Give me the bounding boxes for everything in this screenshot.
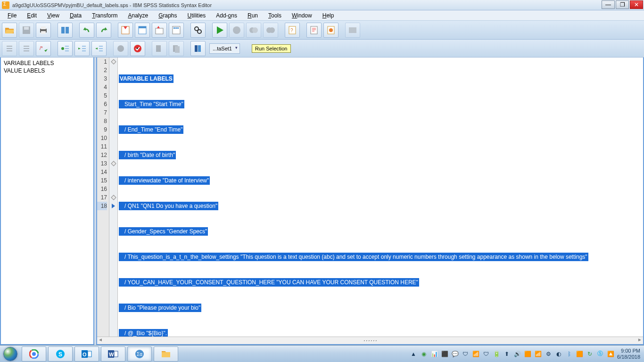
reference-icon[interactable]	[190, 41, 206, 56]
bookmark-next-icon[interactable]	[74, 41, 90, 56]
display-icon[interactable]	[345, 23, 360, 38]
tray-icon[interactable]: ⚙	[545, 350, 552, 358]
tray-icon[interactable]: ⬛	[441, 350, 448, 358]
tray-icon[interactable]: 🟧	[576, 350, 583, 358]
menu-file[interactable]: File	[3, 11, 21, 20]
comment-block-icon[interactable]	[169, 41, 184, 56]
tray-icon[interactable]: ⬆	[503, 350, 511, 358]
indent-icon[interactable]	[2, 41, 17, 56]
system-tray[interactable]: ▲ ◉ 📊 ⬛ 💬 🛡 📶 🛡 🔋 ⬆ 🔊 🟧 📶 ⚙ ◐ ᛒ 🟧 ↻ Ⓢ 🔼 …	[406, 348, 644, 360]
find-icon[interactable]	[190, 23, 206, 38]
menu-edit[interactable]: Edit	[22, 11, 41, 20]
save-icon[interactable]	[19, 23, 34, 38]
tray-bluetooth-icon[interactable]: ᛒ	[565, 350, 573, 358]
tray-icon[interactable]: ▲	[410, 350, 417, 358]
bookmark-toggle-icon[interactable]	[58, 41, 73, 56]
taskbar-spss-icon[interactable]: Σα	[127, 346, 152, 362]
svg-point-16	[198, 30, 201, 33]
svg-point-18	[233, 26, 240, 34]
nav-item-value-labels[interactable]: VALUE LABELS	[4, 67, 91, 74]
svg-rect-28	[349, 27, 356, 33]
breakpoint-icon[interactable]	[113, 41, 128, 56]
toggle-comment-icon[interactable]: /*	[36, 41, 51, 56]
menu-view[interactable]: View	[42, 11, 64, 20]
menu-graphs[interactable]: Graphs	[154, 11, 182, 20]
svg-rect-13	[175, 27, 177, 29]
tray-icon[interactable]: 🛡	[482, 350, 490, 358]
navigation-panel[interactable]: VARIABLE LABELS VALUE LABELS	[0, 58, 94, 345]
tray-icon[interactable]: 🔼	[607, 350, 614, 358]
tray-icon[interactable]: 📊	[430, 350, 438, 358]
tray-icon[interactable]: ↻	[586, 350, 594, 358]
tray-icon[interactable]: 💬	[451, 350, 459, 358]
svg-text:W: W	[109, 352, 114, 357]
svg-rect-10	[156, 28, 163, 34]
windows-taskbar: S O W Σα ▲ ◉ 📊 ⬛ 💬 🛡 📶 🛡 🔋 ⬆ 🔊 🟧 📶 ⚙ ◐ ᛒ…	[0, 345, 644, 362]
outdent-icon[interactable]	[19, 41, 34, 56]
maximize-button[interactable]: ❐	[616, 0, 629, 9]
menu-transform[interactable]: Transform	[87, 11, 122, 20]
tray-icon[interactable]: ◐	[555, 350, 562, 358]
menu-utilities[interactable]: Utilities	[183, 11, 211, 20]
workspace: VARIABLE LABELS VALUE LABELS 12 34 56 78…	[0, 58, 644, 345]
tray-battery-icon[interactable]: 🔋	[493, 350, 500, 358]
variables-icon[interactable]	[152, 23, 167, 38]
step-icon[interactable]	[263, 23, 278, 38]
taskbar-skype-icon[interactable]: S	[48, 346, 73, 362]
close-button[interactable]: ✕	[630, 0, 643, 9]
menu-tools[interactable]: Tools	[264, 11, 286, 20]
dialog-recall-icon[interactable]	[58, 23, 73, 38]
new-syntax-icon[interactable]	[306, 23, 322, 38]
stop-icon[interactable]	[229, 23, 244, 38]
undo-icon[interactable]	[79, 23, 94, 38]
tray-network-icon[interactable]: 📶	[534, 350, 542, 358]
toolbar-main: ?	[0, 21, 644, 40]
tray-icon[interactable]: 📶	[472, 350, 479, 358]
menu-data[interactable]: Data	[65, 11, 86, 20]
menu-help[interactable]: Help	[318, 11, 339, 20]
bookmark-prev-icon[interactable]	[91, 41, 107, 56]
menu-window[interactable]: Window	[287, 11, 317, 20]
run-selection-button[interactable]	[212, 23, 227, 38]
run-descriptives-icon[interactable]	[169, 23, 184, 38]
line-number-gutter: 12 34 56 78 910 1112 1314 1516 1718	[97, 58, 109, 337]
taskbar-explorer-icon[interactable]	[154, 346, 178, 362]
taskbar-outlook-icon[interactable]: O	[74, 346, 99, 362]
horizontal-scrollbar[interactable]	[97, 337, 643, 344]
tray-icon[interactable]: 🟧	[524, 350, 531, 358]
open-icon[interactable]	[2, 23, 17, 38]
syntax-help-icon[interactable]: ?	[285, 23, 300, 38]
svg-text:?: ?	[290, 28, 293, 33]
taskbar-chrome-icon[interactable]	[22, 346, 46, 362]
start-button[interactable]	[0, 346, 21, 362]
svg-point-42	[32, 352, 36, 356]
minimize-button[interactable]: —	[602, 0, 615, 9]
goto-case-icon[interactable]	[118, 23, 133, 38]
code-area[interactable]: VARIABLE LABELS Start_Time "Start Time" …	[118, 58, 643, 337]
taskbar-word-icon[interactable]: W	[101, 346, 125, 362]
redo-icon[interactable]	[96, 23, 111, 38]
svg-rect-14	[177, 27, 179, 29]
output-icon[interactable]	[323, 23, 339, 38]
tray-volume-icon[interactable]: 🔊	[513, 350, 521, 358]
menu-run[interactable]: Run	[243, 11, 263, 20]
menu-addons[interactable]: Add-ons	[211, 11, 242, 20]
print-icon[interactable]	[36, 23, 51, 38]
tray-skype-icon[interactable]: Ⓢ	[596, 350, 604, 358]
goto-variable-icon[interactable]	[135, 23, 150, 38]
svg-point-20	[252, 27, 258, 33]
uncomment-icon[interactable]	[152, 41, 167, 56]
tray-clock[interactable]: 9:00 PM 6/18/2018	[617, 348, 640, 360]
clear-breakpoints-icon[interactable]	[130, 41, 145, 56]
menu-analyze[interactable]: Analyze	[123, 11, 153, 20]
syntax-editor: 12 34 56 78 910 1112 1314 1516 1718 VARI…	[96, 58, 644, 345]
nav-item-variable-labels[interactable]: VARIABLE LABELS	[4, 59, 91, 67]
tray-icon[interactable]: ◉	[420, 350, 428, 358]
active-dataset-combo[interactable]: ...taSet1	[209, 43, 240, 54]
continue-icon[interactable]	[246, 23, 261, 38]
editor-body[interactable]: 12 34 56 78 910 1112 1314 1516 1718 VARI…	[97, 58, 643, 337]
svg-rect-33	[156, 45, 161, 52]
app-icon	[2, 1, 9, 9]
tray-icon[interactable]: 🛡	[462, 350, 469, 358]
svg-point-22	[269, 27, 275, 33]
